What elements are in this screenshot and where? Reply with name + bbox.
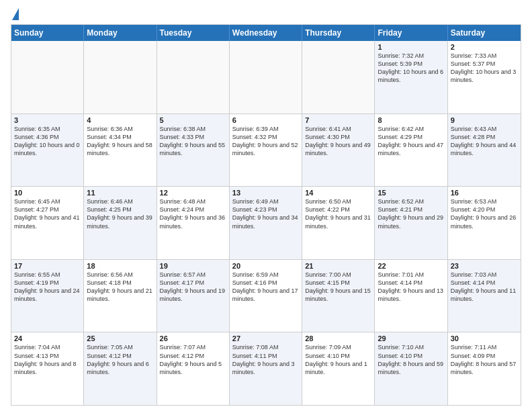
calendar-cell-1-3: 6Sunrise: 6:39 AM Sunset: 4:32 PM Daylig… <box>230 114 302 187</box>
cell-info: Sunrise: 7:11 AM Sunset: 4:09 PM Dayligh… <box>451 343 518 376</box>
cell-info: Sunrise: 7:08 AM Sunset: 4:11 PM Dayligh… <box>232 343 299 376</box>
cell-info: Sunrise: 6:42 AM Sunset: 4:29 PM Dayligh… <box>378 125 444 158</box>
calendar-cell-1-6: 9Sunrise: 6:43 AM Sunset: 4:28 PM Daylig… <box>448 114 521 187</box>
calendar-cell-3-1: 18Sunrise: 6:56 AM Sunset: 4:18 PM Dayli… <box>84 260 157 332</box>
calendar-cell-2-2: 12Sunrise: 6:48 AM Sunset: 4:24 PM Dayli… <box>157 187 230 259</box>
cell-info: Sunrise: 6:50 AM Sunset: 4:22 PM Dayligh… <box>305 197 371 230</box>
calendar-cell-3-4: 21Sunrise: 7:00 AM Sunset: 4:15 PM Dayli… <box>302 260 375 332</box>
day-number: 16 <box>451 189 518 197</box>
logo-text-line1 <box>11 11 19 20</box>
cell-info: Sunrise: 6:48 AM Sunset: 4:24 PM Dayligh… <box>160 197 226 230</box>
cell-info: Sunrise: 7:01 AM Sunset: 4:14 PM Dayligh… <box>378 271 444 304</box>
calendar-cell-2-1: 11Sunrise: 6:46 AM Sunset: 4:25 PM Dayli… <box>84 187 157 259</box>
cell-info: Sunrise: 6:59 AM Sunset: 4:16 PM Dayligh… <box>232 271 299 304</box>
logo-block <box>11 11 19 20</box>
calendar-cell-0-2 <box>157 41 230 113</box>
cell-info: Sunrise: 6:35 AM Sunset: 4:36 PM Dayligh… <box>14 125 81 158</box>
cell-info: Sunrise: 7:33 AM Sunset: 5:37 PM Dayligh… <box>451 52 518 85</box>
calendar-cell-3-5: 22Sunrise: 7:01 AM Sunset: 4:14 PM Dayli… <box>375 260 447 332</box>
cell-info: Sunrise: 6:43 AM Sunset: 4:28 PM Dayligh… <box>451 125 518 158</box>
day-number: 6 <box>232 116 299 124</box>
cell-info: Sunrise: 6:57 AM Sunset: 4:17 PM Dayligh… <box>160 271 226 304</box>
cell-info: Sunrise: 6:45 AM Sunset: 4:27 PM Dayligh… <box>14 197 81 230</box>
calendar-cell-0-4 <box>302 41 375 113</box>
cell-info: Sunrise: 6:38 AM Sunset: 4:33 PM Dayligh… <box>160 125 226 158</box>
calendar-cell-4-4: 28Sunrise: 7:09 AM Sunset: 4:10 PM Dayli… <box>302 332 375 405</box>
calendar-cell-4-1: 25Sunrise: 7:05 AM Sunset: 4:12 PM Dayli… <box>84 332 157 405</box>
calendar-cell-0-0 <box>11 41 84 113</box>
calendar-cell-3-2: 19Sunrise: 6:57 AM Sunset: 4:17 PM Dayli… <box>157 260 230 332</box>
cell-info: Sunrise: 6:56 AM Sunset: 4:18 PM Dayligh… <box>87 271 153 304</box>
day-number: 4 <box>87 116 153 124</box>
cell-info: Sunrise: 7:00 AM Sunset: 4:15 PM Dayligh… <box>305 271 371 304</box>
day-number: 14 <box>305 189 371 197</box>
calendar-cell-1-2: 5Sunrise: 6:38 AM Sunset: 4:33 PM Daylig… <box>157 114 230 187</box>
day-number: 26 <box>160 334 226 342</box>
day-number: 10 <box>14 189 81 197</box>
cell-info: Sunrise: 6:41 AM Sunset: 4:30 PM Dayligh… <box>305 125 371 158</box>
day-number: 12 <box>160 189 226 197</box>
header-day-monday: Monday <box>84 25 157 41</box>
day-number: 29 <box>378 334 444 342</box>
calendar-cell-4-6: 30Sunrise: 7:11 AM Sunset: 4:09 PM Dayli… <box>448 332 521 405</box>
calendar-cell-4-2: 26Sunrise: 7:07 AM Sunset: 4:12 PM Dayli… <box>157 332 230 405</box>
calendar-cell-2-5: 15Sunrise: 6:52 AM Sunset: 4:21 PM Dayli… <box>375 187 447 259</box>
header-day-tuesday: Tuesday <box>157 25 230 41</box>
cell-info: Sunrise: 6:55 AM Sunset: 4:19 PM Dayligh… <box>14 271 81 304</box>
day-number: 5 <box>160 116 226 124</box>
day-number: 28 <box>305 334 371 342</box>
day-number: 9 <box>451 116 518 124</box>
day-number: 23 <box>451 262 518 270</box>
day-number: 27 <box>232 334 299 342</box>
day-number: 1 <box>378 43 444 51</box>
calendar-cell-4-3: 27Sunrise: 7:08 AM Sunset: 4:11 PM Dayli… <box>230 332 302 405</box>
calendar-cell-1-1: 4Sunrise: 6:36 AM Sunset: 4:34 PM Daylig… <box>84 114 157 187</box>
cell-info: Sunrise: 7:07 AM Sunset: 4:12 PM Dayligh… <box>160 343 226 376</box>
cell-info: Sunrise: 6:46 AM Sunset: 4:25 PM Dayligh… <box>87 197 153 230</box>
cell-info: Sunrise: 6:53 AM Sunset: 4:20 PM Dayligh… <box>451 197 518 230</box>
calendar-cell-0-3 <box>230 41 302 113</box>
cell-info: Sunrise: 7:05 AM Sunset: 4:12 PM Dayligh… <box>87 343 153 376</box>
calendar-cell-3-0: 17Sunrise: 6:55 AM Sunset: 4:19 PM Dayli… <box>11 260 84 332</box>
day-number: 7 <box>305 116 371 124</box>
calendar-row-0: 1Sunrise: 7:32 AM Sunset: 5:39 PM Daylig… <box>11 41 521 114</box>
calendar-row-3: 17Sunrise: 6:55 AM Sunset: 4:19 PM Dayli… <box>11 260 521 333</box>
header-day-wednesday: Wednesday <box>230 25 302 41</box>
header-day-thursday: Thursday <box>302 25 375 41</box>
day-number: 11 <box>87 189 153 197</box>
calendar-body: 1Sunrise: 7:32 AM Sunset: 5:39 PM Daylig… <box>11 41 521 405</box>
day-number: 19 <box>160 262 226 270</box>
calendar-cell-2-6: 16Sunrise: 6:53 AM Sunset: 4:20 PM Dayli… <box>448 187 521 259</box>
calendar-row-1: 3Sunrise: 6:35 AM Sunset: 4:36 PM Daylig… <box>11 114 521 187</box>
day-number: 15 <box>378 189 444 197</box>
logo <box>11 11 19 20</box>
calendar: SundayMondayTuesdayWednesdayThursdayFrid… <box>11 24 521 406</box>
calendar-cell-0-1 <box>84 41 157 113</box>
day-number: 13 <box>232 189 299 197</box>
calendar-cell-2-0: 10Sunrise: 6:45 AM Sunset: 4:27 PM Dayli… <box>11 187 84 259</box>
calendar-cell-4-5: 29Sunrise: 7:10 AM Sunset: 4:10 PM Dayli… <box>375 332 447 405</box>
header-day-friday: Friday <box>375 25 447 41</box>
calendar-cell-3-3: 20Sunrise: 6:59 AM Sunset: 4:16 PM Dayli… <box>230 260 302 332</box>
cell-info: Sunrise: 6:49 AM Sunset: 4:23 PM Dayligh… <box>232 197 299 230</box>
day-number: 17 <box>14 262 81 270</box>
cell-info: Sunrise: 7:09 AM Sunset: 4:10 PM Dayligh… <box>305 343 371 376</box>
calendar-header: SundayMondayTuesdayWednesdayThursdayFrid… <box>11 25 521 41</box>
day-number: 25 <box>87 334 153 342</box>
cell-info: Sunrise: 7:03 AM Sunset: 4:14 PM Dayligh… <box>451 271 518 304</box>
calendar-cell-2-3: 13Sunrise: 6:49 AM Sunset: 4:23 PM Dayli… <box>230 187 302 259</box>
day-number: 2 <box>451 43 518 51</box>
calendar-cell-4-0: 24Sunrise: 7:04 AM Sunset: 4:13 PM Dayli… <box>11 332 84 405</box>
cell-info: Sunrise: 7:10 AM Sunset: 4:10 PM Dayligh… <box>378 343 444 376</box>
calendar-cell-3-6: 23Sunrise: 7:03 AM Sunset: 4:14 PM Dayli… <box>448 260 521 332</box>
day-number: 18 <box>87 262 153 270</box>
day-number: 22 <box>378 262 444 270</box>
header-day-saturday: Saturday <box>448 25 521 41</box>
cell-info: Sunrise: 7:04 AM Sunset: 4:13 PM Dayligh… <box>14 343 81 376</box>
day-number: 21 <box>305 262 371 270</box>
calendar-cell-0-5: 1Sunrise: 7:32 AM Sunset: 5:39 PM Daylig… <box>375 41 447 113</box>
calendar-cell-1-0: 3Sunrise: 6:35 AM Sunset: 4:36 PM Daylig… <box>11 114 84 187</box>
calendar-cell-1-5: 8Sunrise: 6:42 AM Sunset: 4:29 PM Daylig… <box>375 114 447 187</box>
cell-info: Sunrise: 6:36 AM Sunset: 4:34 PM Dayligh… <box>87 125 153 158</box>
cell-info: Sunrise: 6:52 AM Sunset: 4:21 PM Dayligh… <box>378 197 444 230</box>
